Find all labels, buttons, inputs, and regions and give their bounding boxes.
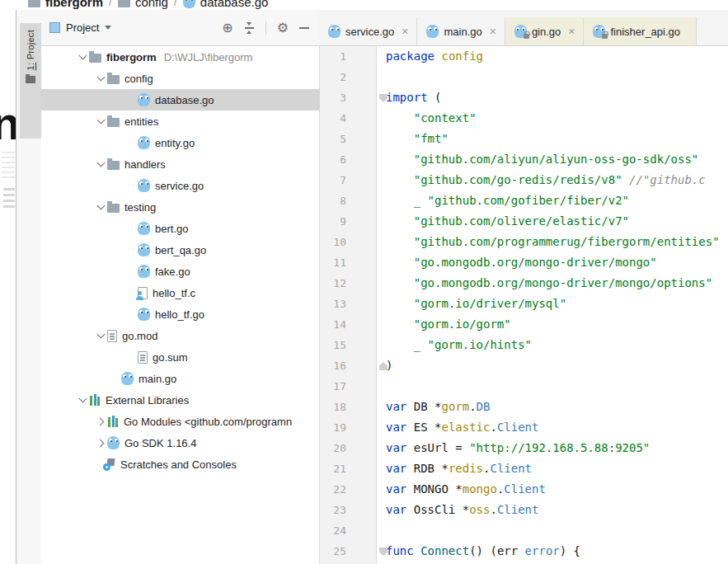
- tree-item-label: External Libraries: [106, 394, 189, 407]
- folder-icon: [107, 161, 120, 170]
- tree-item-label: main.go: [139, 373, 176, 385]
- project-tool-window-button[interactable]: 1: Project: [20, 23, 41, 139]
- code-token: _: [386, 338, 428, 351]
- code-token: (: [428, 91, 442, 104]
- tree-item[interactable]: Go Modules <github.com/programn: [41, 411, 319, 432]
- code-line[interactable]: func Connect() (err error) {: [386, 541, 580, 562]
- line-number: 9: [340, 211, 346, 232]
- code-line[interactable]: _ "gorm.io/hints": [386, 335, 532, 355]
- project-panel-title[interactable]: Project: [66, 21, 99, 34]
- chevron-expanded-icon[interactable]: [96, 115, 107, 127]
- tree-item[interactable]: entity.go: [41, 132, 319, 153]
- code-line[interactable]: var MONGO *mongo.Client: [386, 479, 546, 500]
- code-line[interactable]: var OssCli *oss.Client: [386, 500, 538, 520]
- code-line[interactable]: "context": [386, 108, 477, 129]
- editor-tab[interactable]: finisher_api.go: [584, 17, 697, 45]
- code-line[interactable]: _ "github.com/gofiber/fiber/v2": [386, 190, 629, 211]
- code-token: .: [469, 400, 476, 413]
- go-file-icon: [138, 136, 150, 149]
- chevron-expanded-icon[interactable]: [96, 330, 107, 341]
- code-line[interactable]: var RDB *redis.Client: [386, 458, 532, 479]
- tab-close-icon[interactable]: ×: [490, 26, 496, 37]
- library-icon: [107, 416, 119, 427]
- line-number: 14: [333, 314, 346, 335]
- tree-item[interactable]: bert_qa.go: [41, 239, 319, 261]
- folder-icon: [89, 54, 101, 63]
- code-line[interactable]: "github.com/aliyun/aliyun-oss-go-sdk/oss…: [386, 149, 698, 170]
- breadcrumb-item[interactable]: config: [118, 0, 168, 9]
- go-file-icon: [138, 308, 150, 321]
- chevron-expanded-icon[interactable]: [96, 201, 107, 213]
- code-token: elastic: [441, 421, 490, 434]
- chevron-expanded-icon[interactable]: [77, 394, 89, 406]
- tree-item[interactable]: go.sum: [41, 346, 319, 368]
- tree-item[interactable]: Go SDK 1.16.4: [41, 432, 319, 454]
- code-line[interactable]: import (: [386, 87, 441, 108]
- editor-tab[interactable]: service.go×: [319, 17, 417, 45]
- hide-panel-icon[interactable]: [299, 27, 309, 29]
- go-file-locked-icon: [593, 25, 605, 38]
- gear-icon[interactable]: ⚙: [277, 21, 289, 35]
- breadcrumb-separator: /: [174, 0, 177, 8]
- tree-item[interactable]: External Libraries: [41, 389, 319, 411]
- tree-item[interactable]: config: [41, 68, 319, 89]
- tab-label: finisher_api.go: [610, 26, 680, 38]
- code-token: config: [441, 49, 483, 63]
- go-file-icon: [121, 372, 134, 385]
- code-token: ) {: [560, 544, 580, 557]
- tree-item-label: entity.go: [155, 137, 195, 149]
- tree-item[interactable]: entities: [41, 110, 319, 132]
- tree-item[interactable]: testing: [41, 196, 319, 218]
- chevron-collapsed-icon[interactable]: [96, 416, 107, 427]
- code-line[interactable]: "github.com/olivere/elastic/v7": [386, 211, 629, 232]
- code-token: esUrl =: [406, 441, 469, 454]
- tree-item[interactable]: handlers: [41, 153, 319, 175]
- code-token: "github.com/gofiber/fiber/v2": [428, 194, 629, 207]
- locate-file-icon[interactable]: ⊕: [222, 21, 232, 35]
- code-editor[interactable]: 1234567891011121314151617181920212223242…: [319, 46, 728, 564]
- tree-item[interactable]: main.go: [41, 368, 319, 389]
- code-line[interactable]: "fmt": [386, 129, 449, 149]
- code-line[interactable]: "github.com/go-redis/redis/v8" //"github…: [386, 170, 706, 190]
- code-token: MONGO *: [406, 482, 462, 496]
- editor-tab[interactable]: main.go×: [417, 17, 505, 45]
- tree-item[interactable]: fake.go: [41, 261, 319, 282]
- chevron-collapsed-icon[interactable]: [96, 437, 107, 449]
- code-token: "go.mongodb.org/mongo-driver/mongo/optio…: [414, 276, 712, 289]
- code-line[interactable]: "go.mongodb.org/mongo-driver/mongo/optio…: [386, 273, 712, 294]
- code-token: var: [386, 462, 406, 475]
- code-token: "github.com/go-redis/redis/v8": [414, 173, 622, 186]
- tree-item-label: hello_tf.c: [153, 287, 195, 299]
- editor-tab[interactable]: gin.go×: [505, 17, 585, 45]
- code-token: "go.mongodb.org/mongo-driver/mongo": [414, 256, 657, 269]
- code-line[interactable]: "go.mongodb.org/mongo-driver/mongo": [386, 252, 657, 273]
- tree-item[interactable]: service.go: [41, 175, 319, 196]
- tab-close-icon[interactable]: ×: [568, 26, 575, 37]
- tree-item[interactable]: Scratches and Consoles: [41, 454, 319, 475]
- code-line[interactable]: var DB *gorm.DB: [386, 397, 490, 417]
- tree-item[interactable]: database.go: [41, 89, 319, 110]
- code-line[interactable]: var ES *elastic.Client: [386, 417, 538, 438]
- watermark: [2, 150, 15, 178]
- code-line[interactable]: "gorm.io/gorm": [386, 314, 511, 335]
- collapse-all-icon[interactable]: [244, 22, 255, 34]
- code-line[interactable]: var esUrl = "http://192.168.5.88:9205": [386, 438, 650, 458]
- breadcrumb-item[interactable]: database.go: [183, 0, 269, 9]
- tree-item[interactable]: fibergormD:\WJLJ\fibergorm: [41, 46, 319, 68]
- chevron-expanded-icon[interactable]: [96, 73, 107, 84]
- tree-item[interactable]: hello_tf.c: [41, 282, 319, 303]
- tree-item[interactable]: bert.go: [41, 218, 319, 239]
- code-token: [386, 132, 414, 145]
- chevron-expanded-icon[interactable]: [77, 51, 89, 63]
- tree-item-label: go.sum: [153, 351, 188, 364]
- tab-label: main.go: [444, 26, 481, 38]
- code-line[interactable]: "github.com/programmerug/fibergorm/entit…: [386, 232, 720, 252]
- tree-item[interactable]: go.mod: [41, 325, 319, 346]
- chevron-expanded-icon[interactable]: [96, 158, 107, 170]
- code-line[interactable]: "gorm.io/driver/mysql": [386, 294, 566, 314]
- chevron-down-icon[interactable]: [105, 26, 111, 33]
- tree-item[interactable]: hello_tf.go: [41, 303, 319, 325]
- breadcrumb-item[interactable]: fibergorm: [28, 0, 103, 9]
- code-line[interactable]: package config: [386, 46, 483, 67]
- tab-close-icon[interactable]: ×: [402, 26, 408, 37]
